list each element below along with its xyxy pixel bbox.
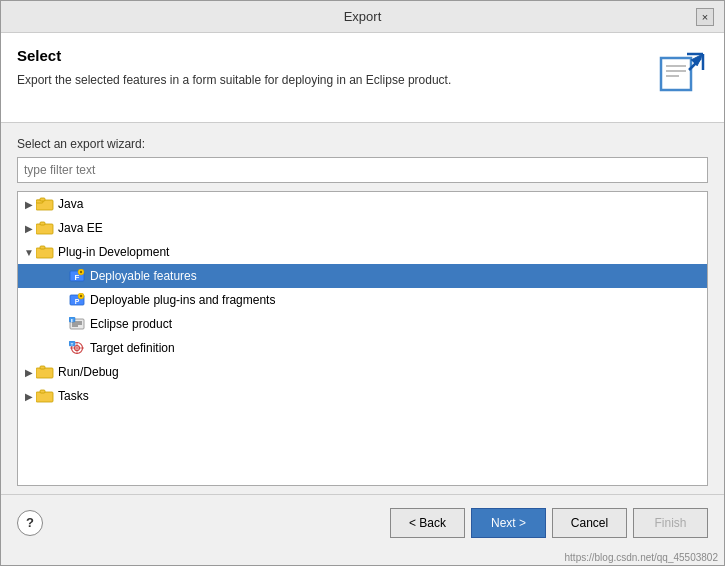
tree-label-plugin-dev: Plug-in Development xyxy=(58,245,701,259)
svg-rect-37 xyxy=(36,392,53,402)
svg-point-18 xyxy=(80,271,82,273)
svg-text:P: P xyxy=(75,298,80,305)
tree-item-eclipse-product[interactable]: E Eclipse product xyxy=(18,312,707,336)
tree-item-deployable-features[interactable]: F Deployable features xyxy=(18,264,707,288)
tree-label-run-debug: Run/Debug xyxy=(58,365,701,379)
tree-label-javaee: Java EE xyxy=(58,221,701,235)
tree-label-deployable-features: Deployable features xyxy=(90,269,701,283)
svg-rect-12 xyxy=(40,222,45,225)
tree-item-plugin-dev[interactable]: ▼ Plug-in Development xyxy=(18,240,707,264)
tree-container: ▶ Java ▶ Java EE ▼ Plug-in De xyxy=(17,191,708,486)
back-button[interactable]: < Back xyxy=(390,508,465,538)
svg-text:E: E xyxy=(71,318,74,323)
expand-arrow-run-debug: ▶ xyxy=(22,365,36,379)
header-section: Select Export the selected features in a… xyxy=(1,33,724,123)
item-icon-deployable-features: F xyxy=(68,269,86,283)
svg-rect-36 xyxy=(40,366,45,369)
svg-rect-38 xyxy=(40,390,45,393)
tree-item-target-definition[interactable]: T Target definition xyxy=(18,336,707,360)
svg-rect-14 xyxy=(40,246,45,249)
expand-arrow-eclipse xyxy=(54,317,68,331)
title-bar: Export × xyxy=(1,1,724,33)
tree-label-java: Java xyxy=(58,197,701,211)
export-dialog: Export × Select Export the selected feat… xyxy=(0,0,725,566)
tree-label-tasks: Tasks xyxy=(58,389,701,403)
content-section: Select an export wizard: ▶ Java ▶ Java E… xyxy=(1,123,724,494)
tree-label-target-definition: Target definition xyxy=(90,341,701,355)
footer-section: ? < Back Next > Cancel Finish xyxy=(1,494,724,550)
tree-item-tasks[interactable]: ▶ Tasks xyxy=(18,384,707,408)
svg-rect-1 xyxy=(663,60,689,88)
folder-icon-run-debug xyxy=(36,365,54,379)
tree-item-run-debug[interactable]: ▶ Run/Debug xyxy=(18,360,707,384)
tree-item-java[interactable]: ▶ Java xyxy=(18,192,707,216)
next-button[interactable]: Next > xyxy=(471,508,546,538)
filter-label: Select an export wizard: xyxy=(17,137,708,151)
svg-point-22 xyxy=(80,295,82,297)
item-icon-target-definition: T xyxy=(68,341,86,355)
finish-button[interactable]: Finish xyxy=(633,508,708,538)
tree-item-deployable-plugins[interactable]: P Deployable plug-ins and fragments xyxy=(18,288,707,312)
tree-label-eclipse-product: Eclipse product xyxy=(90,317,701,331)
expand-arrow-tasks: ▶ xyxy=(22,389,36,403)
footer-right: < Back Next > Cancel Finish xyxy=(390,508,708,538)
close-button[interactable]: × xyxy=(696,8,714,26)
folder-icon-tasks xyxy=(36,389,54,403)
expand-arrow-javaee: ▶ xyxy=(22,221,36,235)
expand-arrow-target xyxy=(54,341,68,355)
footer-left: ? xyxy=(17,510,43,536)
folder-icon-java xyxy=(36,197,54,211)
filter-input[interactable] xyxy=(17,157,708,183)
export-icon xyxy=(656,47,708,99)
svg-rect-11 xyxy=(36,224,53,234)
help-button[interactable]: ? xyxy=(17,510,43,536)
dialog-title: Export xyxy=(29,9,696,24)
expand-arrow-deployable xyxy=(54,269,68,283)
header-text: Select Export the selected features in a… xyxy=(17,47,646,89)
svg-rect-13 xyxy=(36,248,53,258)
tree-label-deployable-plugins: Deployable plug-ins and fragments xyxy=(90,293,701,307)
svg-rect-35 xyxy=(36,368,53,378)
header-title: Select xyxy=(17,47,646,64)
header-description: Export the selected features in a form s… xyxy=(17,72,646,89)
svg-rect-10 xyxy=(40,198,45,201)
cancel-button[interactable]: Cancel xyxy=(552,508,627,538)
folder-icon-javaee xyxy=(36,221,54,235)
item-icon-eclipse-product: E xyxy=(68,317,86,331)
expand-arrow-plugin-dev: ▼ xyxy=(22,245,36,259)
tree-item-javaee[interactable]: ▶ Java EE xyxy=(18,216,707,240)
watermark: https://blog.csdn.net/qq_45503802 xyxy=(1,550,724,565)
folder-icon-plugin-dev xyxy=(36,245,54,259)
expand-arrow-java: ▶ xyxy=(22,197,36,211)
item-icon-deployable-plugins: P xyxy=(68,293,86,307)
expand-arrow-plugins xyxy=(54,293,68,307)
